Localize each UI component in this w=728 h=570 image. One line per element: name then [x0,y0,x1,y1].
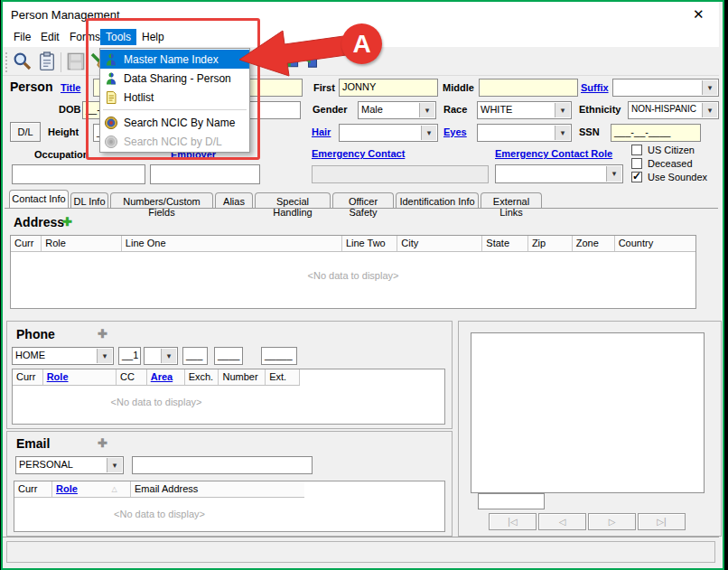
phone-col-ext[interactable]: Ext. [266,369,300,385]
email-type-select[interactable]: PERSONAL ▾ [15,456,124,474]
address-col-role[interactable]: Role [42,236,122,251]
tab-contact-info[interactable]: Contact Info [9,190,69,208]
emergency-contact-link[interactable]: Emergency Contact [312,148,405,159]
add-address-icon[interactable]: ✚ [62,215,72,229]
clipboard-icon[interactable] [36,51,58,72]
phone-exch-field[interactable]: ___ [182,347,208,365]
race-label: Race [443,104,467,115]
annotation-balloon: A [341,23,382,64]
address-col-city[interactable]: City [397,236,482,251]
checkbox-box[interactable] [631,158,642,169]
phone-number-field[interactable]: ____ [214,347,243,365]
email-col-role[interactable]: Role [52,481,107,497]
photo-tab[interactable] [478,493,545,509]
phone-col-curr[interactable]: Curr [13,369,43,385]
phone-col-cc[interactable]: CC [117,369,147,385]
emergency-contact-role-select[interactable]: ▾ [495,164,623,183]
hair-select[interactable]: ▾ [339,124,438,142]
checkbox-box[interactable]: ✓ [631,172,642,182]
menu-help[interactable]: Help [136,29,170,45]
email-col-curr[interactable]: Curr [14,481,52,497]
close-icon[interactable]: ✕ [693,6,705,23]
email-address-field[interactable] [132,456,313,474]
book-icon[interactable] [284,51,305,73]
search-icon[interactable] [12,51,33,72]
chevron-down-icon[interactable]: ▾ [555,126,570,140]
address-col-line-one[interactable]: Line One [122,236,342,251]
address-col-zip[interactable]: Zip [528,236,573,251]
title-link[interactable]: Title [61,82,80,93]
email-col-address[interactable]: Email Address [131,481,304,497]
occupation-field[interactable] [12,164,145,184]
phone-section-label: Phone [16,327,55,341]
tab-numbers-custom-fields[interactable]: Numbers/Custom Fields [110,192,213,208]
ethnicity-select[interactable]: NON-HISPANIC ▾ [628,101,719,119]
nav-previous-button[interactable]: ◁ [538,513,586,530]
phone-ext-field[interactable]: _____ [261,347,297,365]
menu-item-hotlist[interactable]: Hotlist [100,88,249,107]
email-empty-text: <No data to display> [14,509,304,519]
phone-cc-field[interactable]: __1 [118,347,141,365]
address-col-zone[interactable]: Zone [573,236,615,251]
menu-separator [103,109,247,110]
tab-alias[interactable]: Alias [215,192,253,208]
email-section-label: Email [16,436,50,451]
exit-door-icon[interactable] [303,51,325,73]
phone-col-exch[interactable]: Exch. [185,369,219,385]
address-col-state[interactable]: State [482,236,528,251]
chevron-down-icon[interactable]: ▾ [702,80,717,95]
suffix-select[interactable]: ▾ [612,79,719,97]
menu-edit[interactable]: Edit [35,29,65,45]
chevron-down-icon[interactable]: ▾ [419,103,434,117]
menu-item-master-name-index[interactable]: Master Name Index [100,50,249,69]
phone-area-select[interactable]: ▾ [144,347,178,365]
phone-col-role[interactable]: Role [43,369,117,385]
suffix-link-text[interactable]: Suffix [581,82,609,93]
chevron-down-icon[interactable]: ▾ [555,103,570,117]
tab-special-handling[interactable]: Special Handling [255,192,331,208]
menu-file[interactable]: File [8,29,36,45]
chevron-down-icon[interactable]: ▾ [606,166,621,182]
address-col-curr[interactable]: Curr [11,236,42,251]
add-phone-icon[interactable]: ✚ [98,327,107,341]
middle-name-field[interactable] [479,79,578,97]
tab-dl-info[interactable]: DL Info [70,192,108,208]
phone-col-area[interactable]: Area [147,369,185,385]
eyes-select[interactable]: ▾ [477,124,572,142]
check-icon: ✓ [632,170,641,182]
nav-first-button[interactable]: |◁ [489,513,537,530]
chevron-down-icon[interactable]: ▾ [107,458,122,472]
phone-type-select[interactable]: HOME ▾ [12,347,114,365]
address-col-country[interactable]: Country [615,236,695,251]
ssn-field[interactable]: ___-__-____ [611,124,701,142]
menu-item-data-sharing-person[interactable]: Data Sharing - Person [100,69,249,88]
chevron-down-icon[interactable]: ▾ [702,103,717,117]
add-email-icon[interactable]: ✚ [98,436,107,450]
phone-col-number[interactable]: Number [219,369,266,385]
menu-item-search-ncic-by-name[interactable]: Search NCIC By Name [100,113,249,132]
first-name-field[interactable]: JONNY [339,79,438,97]
nav-last-button[interactable]: ▷| [638,513,686,530]
gender-value: Male [361,104,383,115]
eyes-link[interactable]: Eyes [443,126,467,137]
menu-tools[interactable]: Tools [100,29,136,45]
hair-link[interactable]: Hair [312,126,331,137]
chevron-down-icon[interactable]: ▾ [161,349,176,363]
tab-external-links[interactable]: External Links [481,192,542,208]
emergency-contact-role-link[interactable]: Emergency Contact Role [495,148,612,159]
tab-identification-info[interactable]: Identification Info [396,192,479,208]
tab-officer-safety[interactable]: Officer Safety [332,192,394,208]
gender-label: Gender [313,104,348,115]
checkbox-box[interactable] [631,145,642,155]
nav-next-button[interactable]: ▷ [588,513,636,530]
person-icon [104,52,118,67]
employer-field[interactable] [150,164,260,184]
chevron-down-icon[interactable]: ▾ [97,349,112,363]
gender-select[interactable]: Male ▾ [358,101,436,119]
chevron-down-icon[interactable]: ▾ [421,126,436,140]
save-icon[interactable] [65,51,87,72]
dl-button[interactable]: D/L [10,122,41,142]
address-col-line-two[interactable]: Line Two [342,236,397,251]
race-select[interactable]: WHITE ▾ [477,101,572,119]
person-small-icon[interactable] [259,51,281,73]
